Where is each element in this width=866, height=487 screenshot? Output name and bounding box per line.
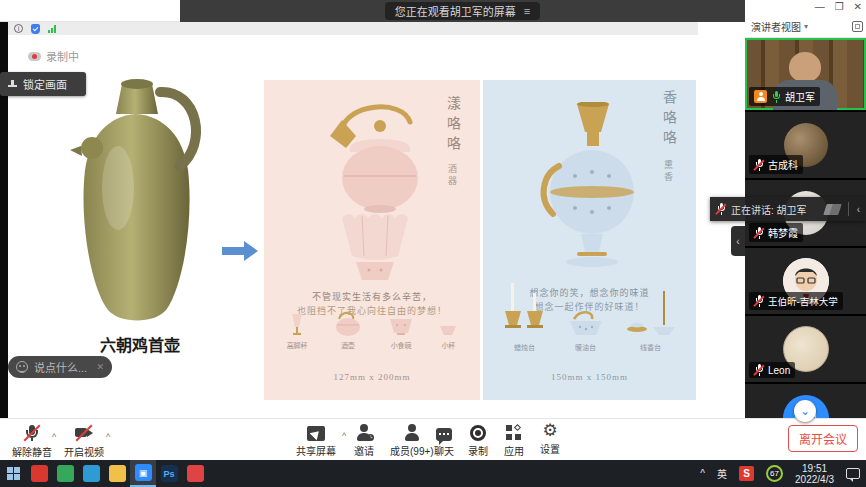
participant-list: 胡卫军 古成科 韩梦霞 王伯昕-吉林大学 bbox=[745, 38, 866, 418]
watching-toast-band: 您正在观看胡卫军的屏幕 ≡ bbox=[180, 0, 745, 22]
chat-quick-input[interactable]: 说点什么... ✕ bbox=[8, 356, 112, 378]
participant-name: 韩梦霞 bbox=[768, 225, 798, 240]
maximize-button[interactable]: ❐ bbox=[835, 1, 844, 12]
taskbar-app-red[interactable] bbox=[26, 460, 52, 487]
transform-arrow-icon bbox=[222, 241, 258, 261]
blue-poster-title: 香咯咯 bbox=[658, 90, 678, 150]
minimize-button[interactable]: — bbox=[815, 1, 825, 12]
tray-expand-caret[interactable]: ^ bbox=[694, 460, 711, 487]
pink-poster-title: 漾咯咯 bbox=[442, 96, 462, 156]
windows-logo-icon bbox=[7, 467, 20, 480]
participant-name: 王伯昕-吉林大学 bbox=[768, 294, 838, 308]
signal-icon bbox=[48, 25, 56, 33]
taskbar-app-green[interactable] bbox=[52, 460, 78, 487]
mic-muted-icon bbox=[716, 203, 726, 215]
speaking-banner-text: 正在讲话: 胡卫军 bbox=[731, 202, 807, 217]
sidebar-footer: 离开会议 bbox=[745, 418, 866, 460]
chat-button[interactable]: 聊天 bbox=[434, 423, 454, 458]
leave-meeting-button[interactable]: 离开会议 bbox=[788, 425, 858, 452]
artifact-caption: 六朝鸡首壶 bbox=[60, 332, 220, 356]
mic-muted-icon bbox=[754, 227, 764, 239]
scroll-participants-button[interactable]: ⌄ bbox=[794, 400, 816, 422]
members-button[interactable]: 成员(99+) bbox=[390, 423, 434, 458]
banner-collapse-icon[interactable]: ‹ bbox=[857, 204, 860, 215]
pink-cup-image bbox=[336, 208, 414, 284]
participant-name: Leon bbox=[768, 365, 790, 376]
settings-icon: ⚙ bbox=[542, 422, 557, 439]
watching-toast[interactable]: 您正在观看胡卫军的屏幕 ≡ bbox=[385, 2, 540, 20]
invite-button[interactable]: + 邀请 bbox=[354, 423, 374, 458]
apps-icon bbox=[506, 425, 522, 441]
fullscreen-icon[interactable] bbox=[852, 21, 863, 32]
participant-name: 胡卫军 bbox=[785, 89, 815, 104]
taskbar-app-red2[interactable] bbox=[182, 460, 208, 487]
share-screen-button[interactable]: 共享屏幕 bbox=[296, 423, 336, 458]
participant-tile-video[interactable]: 胡卫军 bbox=[745, 38, 866, 110]
taskbar-clock[interactable]: 19:512022/4/3 bbox=[789, 460, 840, 487]
participant-name: 古成科 bbox=[768, 157, 798, 172]
product-small-bowl: 小食碗 bbox=[388, 317, 414, 350]
pin-icon bbox=[8, 80, 17, 89]
camera-off-icon bbox=[74, 424, 94, 442]
members-icon bbox=[404, 424, 420, 441]
blue-dimensions: 150mm x 150mm bbox=[483, 372, 696, 382]
share-options-caret[interactable]: ^ bbox=[342, 431, 346, 441]
apps-button[interactable]: 应用 bbox=[504, 423, 524, 458]
shield-icon[interactable] bbox=[31, 24, 40, 34]
product-small-cup: 小杯 bbox=[439, 325, 457, 350]
windows-taskbar: ▣ Ps ^ 英 S 67 19:512022/4/3 bbox=[0, 460, 866, 487]
record-icon bbox=[470, 425, 486, 441]
recording-indicator: 录制中 bbox=[28, 48, 79, 64]
start-button[interactable] bbox=[0, 460, 26, 487]
toast-menu-icon[interactable]: ≡ bbox=[524, 5, 530, 17]
watching-title: 您正在观看胡卫军的屏幕 bbox=[395, 3, 516, 19]
speaking-banner: 正在讲话: 胡卫军 ‹ bbox=[710, 197, 866, 221]
taskbar-app-folder[interactable] bbox=[104, 460, 130, 487]
chevron-down-icon: ▾ bbox=[804, 22, 808, 31]
mic-muted-icon bbox=[754, 295, 764, 307]
pink-caption-line1: 不管现实生活有多么辛苦， bbox=[264, 290, 480, 303]
product-candle-holders: 蜡烛台 bbox=[503, 281, 547, 352]
pink-poster-subtitle: 酒器 bbox=[446, 164, 459, 188]
sidebar-collapse-handle[interactable]: ‹ bbox=[731, 226, 745, 256]
video-options-caret[interactable]: ^ bbox=[106, 432, 110, 442]
product-incense-stand: 线香台 bbox=[625, 289, 677, 352]
sogou-ime-icon[interactable]: S bbox=[733, 460, 760, 487]
start-video-button[interactable]: 开启视频 bbox=[64, 424, 104, 459]
poster-incense-set: 香咯咯 熏香 想念你的笑，想念你的味道 想念一起作伴的好味道！ 蜡烛台 暖油台 bbox=[483, 80, 696, 400]
blue-poster-subtitle: 熏香 bbox=[662, 160, 675, 184]
action-center-icon[interactable] bbox=[840, 460, 866, 487]
chat-placeholder: 说点什么... bbox=[34, 359, 87, 375]
taskbar-app-blue[interactable] bbox=[78, 460, 104, 487]
close-icon[interactable]: ✕ bbox=[96, 362, 104, 372]
share-status-strip: i bbox=[8, 22, 698, 35]
taskbar-app-meeting[interactable]: ▣ bbox=[130, 460, 156, 487]
clock-time: 19:51 bbox=[802, 463, 827, 474]
info-icon[interactable]: i bbox=[14, 24, 23, 33]
participant-tile[interactable]: Leon bbox=[745, 316, 866, 382]
taskbar-app-ps[interactable]: Ps bbox=[156, 460, 182, 487]
battery-health-icon[interactable]: 67 bbox=[760, 460, 789, 487]
sidebar-header: — ❐ ✕ 演讲者视图 ▾ bbox=[745, 0, 866, 38]
pink-dimensions: 127mm x 200mm bbox=[264, 372, 480, 382]
invite-icon: + bbox=[356, 424, 372, 441]
host-badge-icon bbox=[754, 90, 767, 103]
participant-tile[interactable]: 古成科 bbox=[745, 112, 866, 178]
mic-muted-icon bbox=[754, 159, 764, 171]
product-wine-pot: 酒壶 bbox=[333, 311, 363, 350]
record-button[interactable]: 录制 bbox=[468, 423, 488, 458]
ime-language-indicator[interactable]: 英 bbox=[711, 460, 733, 487]
unmute-button[interactable]: 解除静音 bbox=[12, 424, 52, 459]
emoji-icon[interactable] bbox=[16, 361, 28, 373]
clock-date: 2022/4/3 bbox=[795, 474, 834, 485]
blue-vessel-image bbox=[535, 102, 647, 278]
pink-ewer-image bbox=[316, 96, 436, 214]
mic-options-caret[interactable]: ^ bbox=[52, 432, 56, 442]
settings-button[interactable]: ⚙ 设置 bbox=[540, 421, 560, 456]
view-mode-dropdown[interactable]: 演讲者视图 ▾ bbox=[751, 19, 863, 34]
chat-icon bbox=[436, 428, 452, 441]
product-goblet: 高脚杯 bbox=[287, 313, 308, 350]
close-button[interactable]: ✕ bbox=[854, 1, 862, 12]
participant-tile[interactable]: 王伯昕-吉林大学 bbox=[745, 248, 866, 314]
screen-share-icon bbox=[307, 426, 325, 441]
